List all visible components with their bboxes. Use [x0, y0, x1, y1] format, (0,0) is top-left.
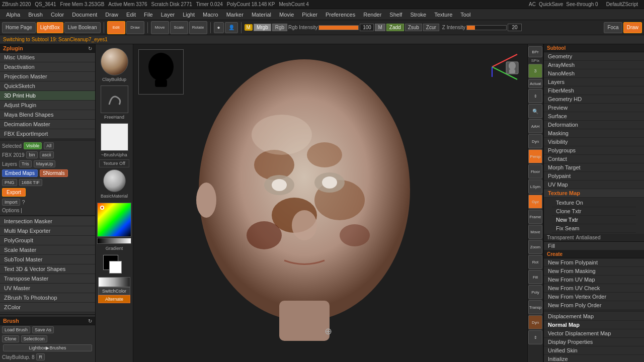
zplugin-label[interactable]: Zplugin: [3, 45, 23, 51]
menu-material[interactable]: Material: [248, 11, 275, 19]
spix-val[interactable]: 3: [528, 64, 542, 78]
new-from-masking[interactable]: New From Masking: [544, 267, 644, 276]
m-btn[interactable]: M: [375, 24, 385, 31]
quick-sketch[interactable]: QuickSketch: [0, 81, 95, 91]
aaahalf-btn[interactable]: AAH: [528, 119, 542, 133]
fix-seam-item[interactable]: Fix Seam: [552, 224, 636, 233]
persp-btn[interactable]: Persp: [528, 149, 542, 163]
menu-tool[interactable]: Tool: [456, 11, 474, 19]
transp-btn[interactable]: Transp: [528, 300, 542, 314]
select-icon-btn[interactable]: SelectIcon: [21, 335, 47, 342]
scroll-btn[interactable]: ⇕: [528, 89, 542, 103]
bit-btn[interactable]: 16Bit TIF: [19, 179, 42, 186]
menu-layer[interactable]: Layer: [157, 11, 179, 19]
background-color[interactable]: [109, 261, 122, 274]
all-btn[interactable]: All: [44, 142, 54, 149]
ascii-btn[interactable]: ascii: [40, 151, 54, 158]
array-mesh-item[interactable]: ArrayMesh: [544, 61, 644, 69]
new-from-vertex-order[interactable]: New From Vertex Order: [544, 293, 644, 301]
fill-item[interactable]: Fill: [544, 242, 644, 250]
new-from-polypaint[interactable]: New From Polypaint: [544, 258, 644, 267]
texture-on-item[interactable]: Texture On: [552, 199, 636, 207]
visible-btn[interactable]: Visible: [24, 142, 42, 149]
scale-btn[interactable]: Scale: [170, 21, 188, 34]
brush-alpha-tool[interactable]: [101, 123, 128, 151]
surface-item[interactable]: Surface: [544, 112, 644, 121]
switch-color-btn[interactable]: SwitchColor: [98, 287, 130, 295]
export-btn[interactable]: Export: [2, 188, 26, 197]
polygroups-item[interactable]: Polygroups: [544, 146, 644, 155]
maya-up-btn[interactable]: MayaUp: [34, 160, 56, 167]
draw-btn[interactable]: Draw: [126, 21, 144, 34]
load-brush-btn[interactable]: Load Brush: [2, 326, 30, 333]
snormals-btn[interactable]: SNormals: [40, 169, 68, 177]
subtool-header[interactable]: Subtool: [544, 44, 644, 52]
menu-color[interactable]: Color: [47, 11, 68, 19]
new-txtr-item[interactable]: New Txtr: [552, 216, 636, 224]
menu-stroke[interactable]: Stroke: [406, 11, 430, 19]
contact-item[interactable]: Contact: [544, 155, 644, 163]
morph-target-item[interactable]: Morph Target: [544, 163, 644, 172]
rgb-intensity-slider[interactable]: [318, 25, 359, 30]
tris-btn[interactable]: Tris: [19, 160, 32, 167]
bpr-btn[interactable]: BPr: [528, 46, 542, 57]
decimation-master[interactable]: Decimation Master: [0, 120, 95, 129]
text-3d[interactable]: Text 3D & Vector Shapes: [0, 264, 95, 274]
brightness-slider[interactable]: [97, 238, 131, 244]
menu-document[interactable]: Document: [68, 11, 101, 19]
fiber-mesh-item[interactable]: FiberMesh: [544, 86, 644, 95]
nav-cube[interactable]: [487, 49, 522, 84]
move-btn[interactable]: Move: [151, 21, 169, 34]
poly-btn[interactable]: Poly: [528, 285, 542, 299]
import-btn[interactable]: Import: [2, 199, 20, 206]
uv-master[interactable]: UV Master: [0, 284, 95, 293]
zbrush-to-photoshop[interactable]: ZBrush To Photoshop: [0, 293, 95, 303]
rotate-btn[interactable]: Rotate: [189, 21, 207, 34]
new-from-uv-map[interactable]: New From UV Map: [544, 276, 644, 284]
clone-txtr-item[interactable]: Clone Txtr: [552, 207, 636, 216]
foca-btn[interactable]: Foca: [604, 22, 622, 33]
position-indicator[interactable]: ⊕: [325, 326, 332, 337]
draw-mode-btn[interactable]: Draw: [623, 22, 642, 33]
rgb-btn[interactable]: Rgb: [272, 24, 287, 31]
adjust-plugin[interactable]: Adjust Plugin: [0, 101, 95, 110]
initialize-item[interactable]: Initialize: [544, 355, 644, 362]
dynamic-btn[interactable]: Dyn: [528, 134, 542, 148]
color-gradient[interactable]: [97, 203, 131, 237]
create-section[interactable]: Create: [544, 250, 644, 258]
deactivation[interactable]: Deactivation: [0, 62, 95, 72]
zcolor[interactable]: ZColor: [0, 303, 95, 312]
scroll2-btn[interactable]: ⇕: [528, 330, 542, 344]
move-btn2[interactable]: Move: [528, 225, 542, 239]
uv-map-item[interactable]: UV Map: [544, 180, 644, 189]
frame-btn[interactable]: Frame: [528, 210, 542, 224]
clay-buildup-r[interactable]: R: [36, 353, 45, 360]
menu-movie[interactable]: Movie: [275, 11, 298, 19]
png-btn[interactable]: PNG: [2, 179, 17, 186]
live-boolean-btn[interactable]: Live Boolean: [64, 22, 101, 33]
displacement-map-item[interactable]: Displacement Map: [544, 312, 644, 321]
canvas-area[interactable]: ⊕: [133, 44, 527, 362]
rotat-btn[interactable]: Rot: [528, 255, 542, 269]
misc-utilities[interactable]: Misc Utilities: [0, 53, 95, 62]
3d-print-hub[interactable]: 3D Print Hub: [0, 91, 95, 101]
texture-map-item[interactable]: Texture Map: [544, 189, 644, 198]
menu-marker[interactable]: Marker: [222, 11, 248, 19]
new-from-poly-order[interactable]: New From Poly Order: [544, 301, 644, 310]
freehand-tool[interactable]: [101, 85, 128, 113]
floor-btn[interactable]: Floor: [528, 164, 542, 178]
embed-maps-btn[interactable]: Embed Maps: [2, 169, 38, 177]
lightbox-btn[interactable]: LightBox: [37, 22, 63, 33]
fbx-export-import[interactable]: FBX ExportImport: [0, 129, 95, 139]
projection-master[interactable]: Projection Master: [0, 72, 95, 81]
zadd-btn[interactable]: Zadd: [386, 24, 404, 31]
geometry-item[interactable]: Geometry: [544, 52, 644, 61]
menu-render[interactable]: Render: [359, 11, 385, 19]
cursor-btn[interactable]: ●: [214, 22, 224, 33]
geometry-hd-item[interactable]: Geometry HD: [544, 95, 644, 104]
layers-item[interactable]: Layers: [544, 78, 644, 86]
save-as-btn[interactable]: Save As: [32, 326, 54, 333]
z-intensity-slider[interactable]: [466, 25, 507, 30]
zplugin-refresh[interactable]: ↻: [88, 46, 92, 51]
menu-edit[interactable]: Edit: [122, 11, 140, 19]
